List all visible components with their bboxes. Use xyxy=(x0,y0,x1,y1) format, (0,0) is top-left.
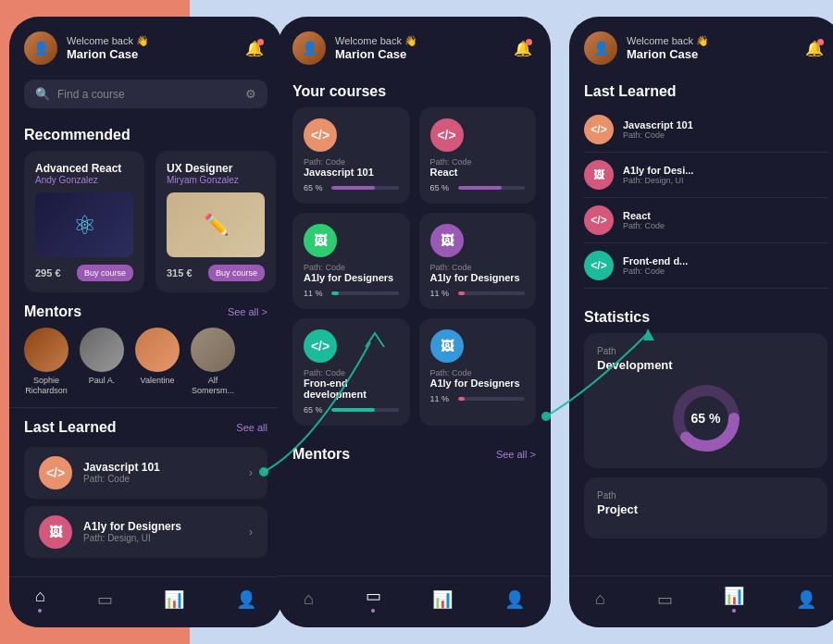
bell-icon[interactable]: 🔔 xyxy=(510,35,536,61)
progress-pct: 65 % xyxy=(430,183,453,192)
search-icon: 🔍 xyxy=(35,87,50,101)
card-author: Miryam Gonzalez xyxy=(167,175,265,185)
yc-card-a1ly-1[interactable]: 🖼 Path: Code A1ly for Designers 11 % xyxy=(292,213,410,309)
nav-home[interactable]: ⌂ xyxy=(595,589,605,609)
nav-stats[interactable]: 📊 xyxy=(432,589,453,610)
path-label: Path xyxy=(597,346,814,356)
yc-card-a1ly-3[interactable]: 🖼 Path: Code A1ly for Designers 11 % xyxy=(419,318,537,426)
course-icon: 🖼 xyxy=(39,515,72,549)
phone-2: 👤 Welcome back 👋 Marion Case 🔔 Your cour… xyxy=(278,17,551,627)
nav-tablet[interactable]: ▭ xyxy=(657,589,673,610)
yc-card-js101[interactable]: </> Path: Code Javascript 101 65 % xyxy=(292,107,410,204)
nav-stats[interactable]: 📊 xyxy=(164,589,184,610)
mentor-name: SophieRichardson xyxy=(25,376,68,396)
progress-pct: 11 % xyxy=(430,394,453,403)
card-image: ⚛ xyxy=(35,192,133,257)
course-title: React xyxy=(623,210,665,221)
course-title: A1ly for Designers xyxy=(430,272,526,283)
mentor-name: Paul A. xyxy=(89,376,116,386)
course-path: Path: Code xyxy=(623,221,665,230)
course-title: A1ly for Designers xyxy=(430,378,526,389)
course-path: Path: Code xyxy=(304,263,399,272)
mentor-sophie[interactable]: SophieRichardson xyxy=(24,328,68,396)
progress-pct: 65 % xyxy=(304,183,326,192)
home-icon: ⌂ xyxy=(595,589,605,609)
course-card-react[interactable]: Advanced React Andy Gonzalez ⚛ 295 € Buy… xyxy=(24,151,144,292)
ll2-item-js[interactable]: </> Javascript 101 Path: Code xyxy=(584,107,827,153)
nav-tablet[interactable]: ▭ xyxy=(366,586,381,613)
mentor-paul[interactable]: Paul A. xyxy=(80,328,124,396)
course-path: Path: Code xyxy=(623,130,693,140)
recommended-cards: Advanced React Andy Gonzalez ⚛ 295 € Buy… xyxy=(9,151,282,292)
user-name: Marion Case xyxy=(627,47,709,61)
yc-card-frontend[interactable]: </> Path: Code Fron-end development 65 % xyxy=(292,318,410,426)
mentor-avatar xyxy=(24,328,68,372)
welcome-text: Welcome back 👋 xyxy=(335,35,417,47)
yc-card-react[interactable]: </> Path: Code React 65 % xyxy=(419,107,537,204)
ll2-item-ally[interactable]: 🖼 A1ly for Desi... Path: Design, UI xyxy=(584,153,827,198)
progress-pct: 11 % xyxy=(304,289,326,298)
ll2-item-frontend[interactable]: </> Front-end d... Path: Code xyxy=(584,243,827,289)
nav-tablet[interactable]: ▭ xyxy=(97,589,113,610)
home-icon: ⌂ xyxy=(304,589,314,609)
progress-fill xyxy=(331,291,339,295)
mentors-see-all[interactable]: See all > xyxy=(228,306,267,317)
progress-bar xyxy=(331,291,399,295)
course-title: React xyxy=(430,167,526,178)
course-icon: </> xyxy=(430,118,464,152)
card-title: UX Designer xyxy=(167,162,265,175)
course-icon: </> xyxy=(584,251,614,280)
course-card-ux[interactable]: UX Designer Miryam Gonzalez ✏️ 315 € Buy… xyxy=(155,151,276,292)
notification-dot xyxy=(526,39,532,45)
tablet-icon: ▭ xyxy=(366,586,381,606)
donut-percentage: 65 % xyxy=(691,411,721,426)
mentor-alf[interactable]: AlfSomersm... xyxy=(191,328,235,396)
mentor-valentine[interactable]: Valentine xyxy=(135,328,180,396)
card-author: Andy Gonzalez xyxy=(35,175,133,185)
nav-home[interactable]: ⌂ xyxy=(35,587,45,613)
nav-stats[interactable]: 📊 xyxy=(724,586,744,613)
path-name: Development xyxy=(597,358,814,372)
path-label: Path xyxy=(597,490,814,501)
last-learned-see-all[interactable]: See all xyxy=(236,422,267,433)
buy-button[interactable]: Buy course xyxy=(208,265,265,281)
filter-icon[interactable]: ⚙ xyxy=(245,87,256,101)
card-price: 295 € xyxy=(35,267,61,279)
course-path: Path: Design, UI xyxy=(83,533,238,543)
course-icon: </> xyxy=(39,456,72,489)
mentor-name: Valentine xyxy=(141,376,175,386)
ll2-item-react[interactable]: </> React Path: Code xyxy=(584,198,827,243)
course-icon: 🖼 xyxy=(430,329,464,363)
progress-bar xyxy=(331,186,399,190)
nav-profile[interactable]: 👤 xyxy=(236,589,256,610)
course-icon: </> xyxy=(584,205,614,235)
nav-profile[interactable]: 👤 xyxy=(796,589,816,610)
mentors-see-all[interactable]: See all > xyxy=(496,449,536,460)
tablet-icon: ▭ xyxy=(657,589,673,610)
mentors-list: SophieRichardson Paul A. Valentine AlfSo… xyxy=(9,328,282,396)
bell-icon[interactable]: 🔔 xyxy=(242,35,267,61)
profile-icon: 👤 xyxy=(236,589,256,610)
course-icon: 🖼 xyxy=(584,160,614,190)
progress-fill xyxy=(458,186,502,190)
nav-home[interactable]: ⌂ xyxy=(304,589,314,609)
phone1-header: 👤 Welcome back 👋 Marion Case 🔔 xyxy=(9,17,282,72)
buy-button[interactable]: Buy course xyxy=(77,265,133,281)
nav-profile[interactable]: 👤 xyxy=(504,589,525,610)
notification-dot xyxy=(817,39,824,45)
stats-icon: 📊 xyxy=(164,589,184,610)
last-learned-item-1[interactable]: </> Javascript 101 Path: Code › xyxy=(24,447,267,499)
progress-bar xyxy=(458,186,526,190)
search-bar[interactable]: 🔍 Find a course ⚙ xyxy=(24,80,267,108)
yc-card-a1ly-2[interactable]: 🖼 Path: Code A1ly for Designers 11 % xyxy=(419,213,537,309)
progress-fill xyxy=(458,291,466,295)
last-learned-item-2[interactable]: 🖼 A1ly for Designers Path: Design, UI › xyxy=(24,506,267,558)
donut-chart: 65 % xyxy=(669,381,743,455)
profile-icon: 👤 xyxy=(504,589,525,610)
bell-icon[interactable]: 🔔 xyxy=(802,35,827,61)
progress-pct: 11 % xyxy=(430,289,453,298)
progress-fill xyxy=(331,186,375,190)
mentors-section-header: Mentors See all > xyxy=(9,292,282,328)
course-path: Path: Design, UI xyxy=(623,176,693,185)
course-title: Javascript 101 xyxy=(304,167,399,178)
